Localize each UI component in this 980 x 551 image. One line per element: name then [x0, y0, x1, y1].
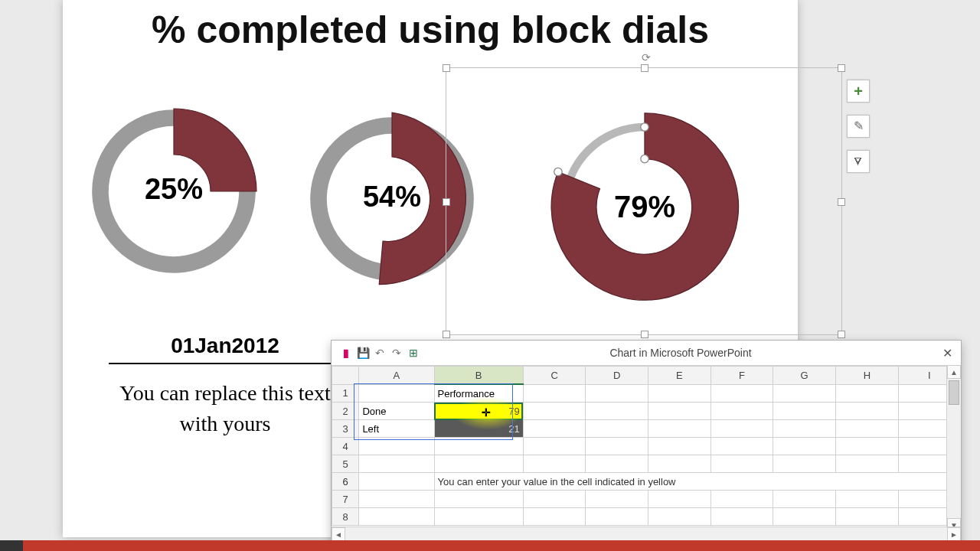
chart-selection-frame[interactable] — [446, 67, 842, 335]
scroll-up-icon[interactable]: ▲ — [947, 365, 961, 379]
cell[interactable] — [773, 491, 836, 508]
cell[interactable] — [773, 403, 836, 420]
cell-B2-selected[interactable]: 79 — [434, 403, 523, 420]
col-header-C[interactable]: C — [523, 367, 586, 385]
cell[interactable] — [773, 438, 836, 455]
col-header-F[interactable]: F — [710, 367, 773, 385]
resize-handle[interactable] — [838, 331, 845, 338]
col-header-D[interactable]: D — [586, 367, 648, 385]
row-header-7[interactable]: 7 — [332, 491, 359, 508]
cell[interactable] — [836, 384, 899, 403]
cell[interactable] — [836, 403, 899, 420]
row-header-5[interactable]: 5 — [332, 455, 359, 473]
row-header-4[interactable]: 4 — [332, 438, 359, 455]
cell[interactable] — [523, 438, 586, 455]
sheet-horizontal-scrollbar[interactable]: ◄ ► — [332, 527, 961, 541]
cell[interactable] — [773, 384, 836, 403]
resize-handle[interactable] — [641, 331, 648, 338]
cell[interactable] — [710, 438, 773, 455]
scroll-left-icon[interactable]: ◄ — [332, 527, 345, 541]
cell[interactable] — [648, 508, 711, 526]
cell[interactable] — [523, 455, 586, 473]
cell[interactable] — [710, 491, 773, 508]
cell[interactable] — [586, 420, 648, 438]
cell[interactable] — [773, 508, 836, 526]
sheet-titlebar[interactable]: ▮ 💾 ↶ ↷ ⊞ Chart in Microsoft PowerPoint … — [332, 341, 961, 366]
cell[interactable] — [836, 491, 899, 508]
cell[interactable] — [836, 455, 899, 473]
cell[interactable] — [586, 403, 648, 420]
cell-A1[interactable] — [359, 384, 434, 403]
resize-handle[interactable] — [838, 64, 845, 72]
cell[interactable] — [434, 508, 523, 526]
resize-handle[interactable] — [641, 64, 648, 72]
undo-icon[interactable]: ↶ — [371, 347, 388, 359]
chart-elements-button[interactable]: + — [847, 80, 870, 103]
cell[interactable] — [359, 473, 434, 491]
cell-B3[interactable]: 21 — [434, 420, 523, 438]
row-header-2[interactable]: 2 — [332, 403, 359, 420]
close-icon[interactable]: ✕ — [939, 346, 955, 360]
cell[interactable] — [836, 420, 899, 438]
col-header-B[interactable]: B — [434, 367, 523, 385]
row-header-6[interactable]: 6 — [332, 473, 359, 491]
cell[interactable] — [586, 491, 648, 508]
chart-data-sheet[interactable]: ▮ 💾 ↶ ↷ ⊞ Chart in Microsoft PowerPoint … — [331, 340, 962, 546]
select-all-cell[interactable] — [332, 367, 359, 385]
cell[interactable] — [586, 455, 648, 473]
cell[interactable] — [523, 491, 586, 508]
rotate-handle-icon[interactable]: ⟳ — [639, 51, 653, 65]
cell[interactable] — [710, 455, 773, 473]
dial-25[interactable]: 25% — [82, 99, 266, 283]
cell[interactable] — [586, 438, 648, 455]
save-icon[interactable]: 💾 — [354, 347, 371, 359]
cell[interactable] — [523, 384, 586, 403]
row-header-1[interactable]: 1 — [332, 384, 359, 403]
col-header-A[interactable]: A — [359, 367, 434, 385]
cell[interactable] — [523, 508, 586, 526]
cell[interactable] — [710, 403, 773, 420]
cell-B1[interactable]: Performance — [434, 384, 523, 403]
cell[interactable] — [648, 403, 711, 420]
scroll-right-icon[interactable]: ► — [947, 527, 961, 541]
cell[interactable] — [523, 420, 586, 438]
cell-A2[interactable]: Done — [359, 403, 434, 420]
col-header-G[interactable]: G — [773, 367, 836, 385]
cell[interactable] — [434, 438, 523, 455]
cell[interactable] — [648, 438, 711, 455]
cell[interactable] — [648, 491, 711, 508]
cell-B6-hint[interactable]: You can enter your value in the cell ind… — [434, 473, 960, 491]
sheet-vertical-scrollbar[interactable]: ▲ ▼ — [946, 365, 961, 532]
footer-placeholder-text[interactable]: You can replace this text with yours — [109, 378, 341, 439]
cell[interactable] — [648, 455, 711, 473]
chart-filters-button[interactable]: ⛛ — [847, 150, 870, 173]
cell[interactable] — [648, 384, 711, 403]
cell[interactable] — [359, 508, 434, 526]
cell[interactable] — [359, 438, 434, 455]
chart-styles-button[interactable]: ✎ — [847, 115, 870, 138]
cell[interactable] — [523, 403, 586, 420]
cell[interactable] — [836, 438, 899, 455]
cell[interactable] — [773, 420, 836, 438]
cell[interactable] — [710, 508, 773, 526]
cell[interactable] — [434, 455, 523, 473]
scroll-thumb[interactable] — [949, 380, 959, 405]
cell[interactable] — [359, 455, 434, 473]
cell[interactable] — [586, 384, 648, 403]
cell[interactable] — [434, 491, 523, 508]
cell-A3[interactable]: Left — [359, 420, 434, 438]
resize-handle[interactable] — [838, 198, 845, 206]
cell[interactable] — [359, 491, 434, 508]
row-header-3[interactable]: 3 — [332, 420, 359, 438]
date-label[interactable]: 01Jan2012 — [109, 334, 341, 364]
cell[interactable] — [648, 420, 711, 438]
sheet-grid[interactable]: A B C D E F G H I 1 Performance 2 Done 7… — [332, 366, 961, 527]
open-excel-icon[interactable]: ⊞ — [405, 347, 422, 359]
cell[interactable] — [836, 508, 899, 526]
row-header-8[interactable]: 8 — [332, 508, 359, 526]
cell[interactable] — [773, 455, 836, 473]
cell[interactable] — [710, 384, 773, 403]
resize-handle[interactable] — [443, 331, 450, 338]
col-header-H[interactable]: H — [836, 367, 899, 385]
col-header-E[interactable]: E — [648, 367, 711, 385]
